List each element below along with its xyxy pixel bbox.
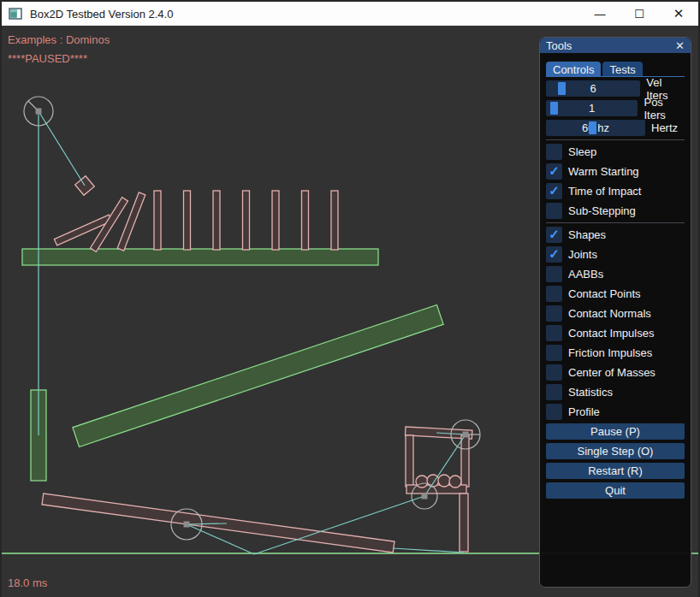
- ball[interactable]: [438, 475, 450, 487]
- minimize-button[interactable]: —: [580, 2, 620, 26]
- slider-grab[interactable]: [550, 102, 558, 115]
- window-title: Box2D Testbed Version 2.4.0: [30, 8, 173, 21]
- joint-line: [39, 111, 85, 186]
- ball[interactable]: [449, 476, 461, 488]
- checkbox-friction-impulses[interactable]: ✓ Friction Impulses: [546, 345, 685, 361]
- close-button[interactable]: ✕: [659, 2, 698, 26]
- checkbox-center-of-masses[interactable]: ✓ Center of Masses: [546, 364, 685, 381]
- titlebar[interactable]: Box2D Testbed Version 2.4.0 — ☐ ✕: [2, 2, 698, 26]
- pos-iters-value: 1: [589, 102, 595, 115]
- tools-panel-titlebar[interactable]: Tools ✕: [540, 38, 691, 53]
- restart-button[interactable]: Restart (R): [546, 463, 685, 479]
- frame-left-post[interactable]: [406, 435, 413, 487]
- domino[interactable]: [331, 191, 338, 250]
- app-window: Box2D Testbed Version 2.4.0 — ☐ ✕ Exampl…: [0, 0, 700, 597]
- joint-line: [393, 548, 464, 553]
- domino[interactable]: [272, 191, 279, 250]
- frame-right-leg[interactable]: [460, 494, 468, 552]
- checkbox-time-of-impact[interactable]: ✓ Time of Impact: [546, 183, 685, 199]
- checkmark-icon: ✓: [549, 163, 560, 179]
- domino[interactable]: [184, 191, 191, 250]
- vel-iters-value: 6: [590, 82, 596, 95]
- slider-row-vel-iters: 6 Vel Iters: [546, 80, 685, 97]
- tab-tests[interactable]: Tests: [602, 62, 642, 76]
- example-label: Examples : Dominos: [8, 33, 110, 46]
- domino[interactable]: [243, 191, 250, 250]
- checkbox-aabbs[interactable]: ✓ AABBs: [546, 266, 685, 282]
- checkbox-sub-stepping[interactable]: ✓ Sub-Stepping: [546, 203, 685, 219]
- tabbar: Controls Tests: [546, 62, 685, 77]
- checkbox-warm-starting[interactable]: ✓ Warm Starting: [546, 163, 685, 180]
- app-icon: [9, 7, 22, 21]
- tools-panel: Tools ✕ Controls Tests 6 Vel Iters 1 P: [539, 37, 691, 588]
- tools-panel-title: Tools: [546, 39, 572, 52]
- maximize-button[interactable]: ☐: [620, 2, 659, 26]
- domino[interactable]: [154, 191, 161, 250]
- checkbox-contact-points[interactable]: ✓ Contact Points: [546, 286, 685, 302]
- anchor-square: [36, 109, 42, 115]
- anchor-square: [184, 522, 190, 528]
- anchor-square: [422, 494, 428, 499]
- seesaw-plank[interactable]: [42, 494, 394, 553]
- anchor-square: [463, 432, 469, 438]
- domino[interactable]: [302, 191, 309, 250]
- frame-right-post[interactable]: [461, 435, 469, 487]
- single-step-button[interactable]: Single Step (O): [546, 443, 685, 459]
- pos-iters-label: Pos Iters: [644, 96, 685, 121]
- checkmark-icon: ✓: [549, 246, 560, 262]
- vel-iters-slider[interactable]: 6: [546, 80, 640, 97]
- checkbox-statistics[interactable]: ✓ Statistics: [546, 384, 685, 400]
- hertz-slider[interactable]: 60 hz: [546, 120, 645, 136]
- slider-row-pos-iters: 1 Pos Iters: [546, 100, 685, 116]
- domino[interactable]: [213, 191, 220, 250]
- slider-grab[interactable]: [589, 121, 596, 134]
- tools-panel-close-icon[interactable]: ✕: [675, 40, 685, 51]
- checkbox-joints[interactable]: ✓ Joints: [546, 246, 685, 263]
- checkmark-icon: ✓: [549, 227, 560, 242]
- tab-controls[interactable]: Controls: [546, 62, 601, 76]
- paused-label: ****PAUSED****: [8, 52, 87, 65]
- pause-button[interactable]: Pause (P): [546, 423, 685, 440]
- separator: [546, 222, 685, 223]
- inclined-plank: [73, 305, 443, 447]
- checkbox-contact-impulses[interactable]: ✓ Contact Impulses: [546, 325, 685, 341]
- domino-platform: [22, 249, 378, 265]
- pos-iters-slider[interactable]: 1: [546, 100, 638, 116]
- frame-time-label: 18.0 ms: [8, 576, 47, 589]
- checkbox-sleep[interactable]: ✓ Sleep: [546, 144, 685, 160]
- checkmark-icon: ✓: [549, 183, 560, 198]
- checkbox-shapes[interactable]: ✓ Shapes: [546, 227, 685, 243]
- slider-row-hertz: 60 hz Hertz: [546, 120, 685, 136]
- slider-grab[interactable]: [558, 82, 566, 95]
- checkbox-profile[interactable]: ✓ Profile: [546, 404, 685, 420]
- hertz-label: Hertz: [651, 121, 678, 134]
- checkbox-contact-normals[interactable]: ✓ Contact Normals: [546, 305, 685, 322]
- quit-button[interactable]: Quit: [546, 482, 685, 499]
- separator: [546, 139, 685, 140]
